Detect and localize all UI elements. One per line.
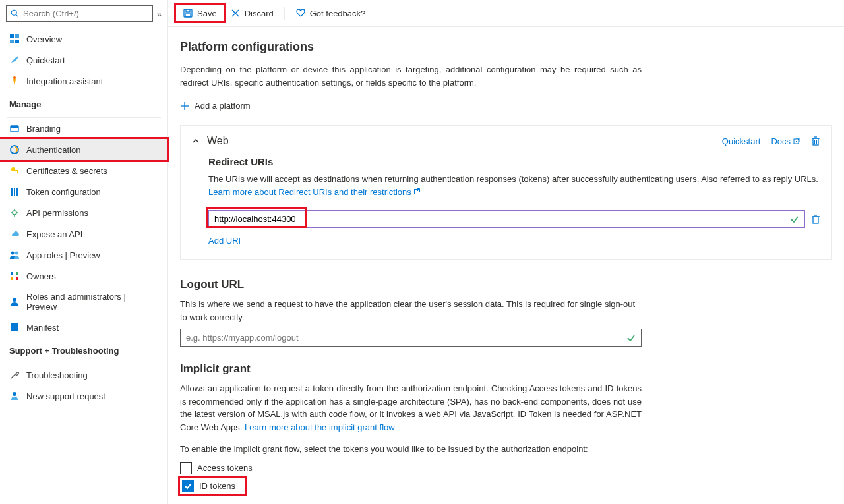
- logout-url-input[interactable]: [186, 333, 626, 343]
- svg-rect-26: [16, 277, 18, 280]
- svg-rect-30: [13, 327, 16, 327]
- discard-button[interactable]: Discard: [224, 4, 280, 22]
- sidebar-item-certificates[interactable]: Certificates & secrets: [0, 160, 167, 181]
- search-input[interactable]: [23, 9, 148, 18]
- svg-rect-49: [813, 217, 818, 223]
- svg-rect-14: [14, 188, 15, 196]
- svg-rect-29: [13, 325, 16, 325]
- sidebar-item-troubleshooting[interactable]: Troubleshooting: [0, 364, 167, 385]
- sidebar-item-support-request[interactable]: New support request: [0, 385, 167, 406]
- nav-label: Certificates & secrets: [26, 166, 107, 176]
- sidebar-item-authentication[interactable]: Authentication: [0, 139, 167, 160]
- svg-rect-25: [11, 277, 13, 280]
- collapse-chevron-icon[interactable]: [191, 136, 200, 146]
- certificates-icon: [9, 165, 20, 176]
- svg-rect-15: [16, 188, 18, 196]
- add-platform-button[interactable]: Add a platform: [180, 101, 832, 111]
- sidebar-item-manifest[interactable]: Manifest: [0, 317, 167, 338]
- web-quickstart-link[interactable]: Quickstart: [722, 136, 761, 146]
- overview-icon: [9, 34, 20, 44]
- app-roles-icon: [9, 250, 20, 260]
- platform-title: Platform configurations: [180, 40, 832, 54]
- svg-rect-12: [17, 170, 18, 173]
- discard-label: Discard: [245, 9, 274, 18]
- redirect-uri-input[interactable]: [214, 214, 325, 224]
- logout-input-wrapper: [180, 329, 642, 347]
- svg-rect-35: [185, 14, 191, 16]
- toolbar: Save Discard Got feedback?: [168, 0, 844, 27]
- nav-label: Integration assistant: [26, 76, 103, 86]
- web-platform-card: Web Quickstart Docs Redirect URIs The UR…: [180, 125, 832, 260]
- svg-point-16: [13, 211, 16, 215]
- id-tokens-checkbox[interactable]: [182, 480, 194, 492]
- redirect-learn-more-link[interactable]: Learn more about Redirect URIs and their…: [208, 187, 420, 197]
- svg-rect-24: [16, 272, 18, 275]
- sidebar-item-roles-admins[interactable]: Roles and administrators | Preview: [0, 287, 167, 317]
- sidebar-item-quickstart[interactable]: Quickstart: [0, 49, 167, 70]
- sidebar-item-expose-api[interactable]: Expose an API: [0, 223, 167, 244]
- troubleshoot-icon: [9, 370, 20, 380]
- implicit-desc: Allows an application to request a token…: [180, 382, 642, 434]
- delete-web-button[interactable]: [810, 136, 821, 146]
- logout-desc: This is where we send a request to have …: [180, 298, 642, 323]
- sidebar-item-branding[interactable]: Branding: [0, 118, 167, 139]
- svg-rect-5: [15, 40, 19, 43]
- collapse-sidebar-button[interactable]: «: [157, 9, 162, 18]
- support-icon: [9, 391, 20, 401]
- svg-rect-4: [10, 40, 14, 43]
- svg-point-0: [11, 10, 16, 15]
- owners-icon: [9, 271, 20, 281]
- api-permissions-icon: [9, 208, 20, 218]
- authentication-icon: [9, 144, 20, 155]
- search-box[interactable]: [6, 5, 153, 22]
- nav-label: Owners: [26, 271, 56, 281]
- quickstart-icon: [9, 55, 20, 65]
- support-heading: Support + Troubleshooting: [0, 338, 167, 361]
- check-icon: [626, 333, 636, 343]
- nav-label: New support request: [26, 391, 106, 401]
- web-docs-link[interactable]: Docs: [771, 136, 800, 146]
- redirect-uri-input-wrapper: [208, 210, 805, 228]
- discard-icon: [230, 8, 241, 18]
- add-uri-link[interactable]: Add URI: [208, 236, 241, 246]
- svg-point-27: [13, 298, 16, 302]
- nav-label: Authentication: [26, 145, 80, 155]
- nav-label: Token configuration: [26, 187, 101, 197]
- sidebar-item-owners[interactable]: Owners: [0, 266, 167, 287]
- save-label: Save: [197, 9, 217, 18]
- svg-rect-3: [15, 34, 19, 38]
- web-title: Web: [207, 135, 229, 147]
- search-icon: [11, 9, 19, 18]
- sidebar-item-app-roles[interactable]: App roles | Preview: [0, 244, 167, 266]
- sidebar-item-token-config[interactable]: Token configuration: [0, 181, 167, 202]
- svg-line-1: [16, 15, 18, 17]
- svg-rect-34: [186, 9, 190, 12]
- implicit-learn-more-link[interactable]: Learn more about the implicit grant flow: [245, 422, 395, 432]
- sidebar-item-api-permissions[interactable]: API permissions: [0, 202, 167, 223]
- svg-rect-13: [11, 188, 13, 196]
- nav-label: API permissions: [26, 208, 88, 218]
- nav-label: Quickstart: [26, 55, 65, 65]
- svg-rect-8: [11, 126, 18, 128]
- svg-point-21: [11, 252, 15, 255]
- access-tokens-label: Access tokens: [197, 463, 253, 473]
- feedback-button[interactable]: Got feedback?: [289, 4, 373, 22]
- sidebar-item-integration[interactable]: Integration assistant: [0, 70, 167, 92]
- redirect-uri-heading: Redirect URIs: [208, 156, 821, 167]
- sidebar-item-overview[interactable]: Overview: [0, 28, 167, 49]
- integration-icon: [9, 76, 20, 86]
- nav-label: Expose an API: [26, 229, 82, 239]
- roles-icon: [9, 296, 20, 307]
- access-tokens-row: Access tokens: [180, 462, 642, 474]
- access-tokens-checkbox[interactable]: [180, 462, 192, 474]
- add-platform-label: Add a platform: [195, 101, 251, 111]
- nav-label: Overview: [26, 34, 62, 44]
- delete-uri-button[interactable]: [810, 214, 821, 225]
- nav-label: Roles and administrators | Preview: [26, 292, 158, 312]
- manifest-icon: [9, 322, 20, 333]
- save-button[interactable]: Save: [176, 5, 224, 21]
- nav-label: App roles | Preview: [26, 250, 100, 260]
- token-config-icon: [9, 186, 20, 197]
- expose-api-icon: [9, 229, 20, 239]
- sidebar: « Overview Quickstart Integration assist…: [0, 0, 168, 504]
